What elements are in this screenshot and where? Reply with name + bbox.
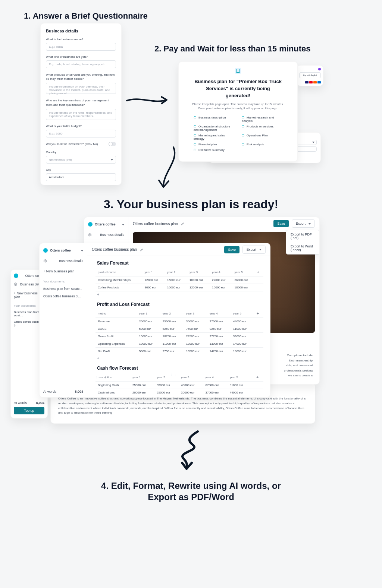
table-cell[interactable]: 13000 eur <box>207 340 231 348</box>
table-cell[interactable]: 5000 eur <box>137 325 160 333</box>
add-row-button[interactable]: + <box>96 291 263 297</box>
table-cell[interactable]: 27750 eur <box>207 333 231 340</box>
table-cell[interactable]: 11000 eur <box>160 340 184 348</box>
doc-item[interactable]: Otters coffee business pl... <box>43 294 83 298</box>
table-cell[interactable]: 7750 eur <box>160 348 184 355</box>
table-cell[interactable]: 44000 eur <box>231 318 254 325</box>
chevron-down-icon[interactable] <box>79 247 83 254</box>
step2-heading: 2. Pay and Wait for less than 15 minutes <box>154 44 311 54</box>
table-cell[interactable]: 15000 eur <box>137 333 160 340</box>
table-cell[interactable]: 37000 eur <box>203 389 228 395</box>
table-header: year 2 <box>165 268 187 276</box>
table-cell[interactable]: 5000 eur <box>137 348 160 355</box>
table-cell[interactable]: 67000 eur <box>203 382 228 389</box>
save-button[interactable]: Save <box>224 246 239 253</box>
export-menu[interactable]: Export to PDF (.pdf) Export to Word (.do… <box>286 230 320 255</box>
table-cell[interactable]: 12000 eur <box>187 284 210 291</box>
export-word-item[interactable]: Export to Word (.docx) <box>286 242 320 254</box>
table-header: description <box>96 373 130 382</box>
table-cell[interactable]: 15000 eur <box>210 284 232 291</box>
table-cell[interactable]: 33000 eur <box>231 333 254 340</box>
table-cell[interactable]: Revenue <box>96 318 137 325</box>
table-cell[interactable]: 10000 eur <box>137 340 160 348</box>
top-up-button[interactable]: Top up <box>14 407 44 414</box>
add-column-button[interactable]: + <box>254 309 263 318</box>
business-details-link[interactable]: Business details <box>100 233 124 237</box>
table-cell[interactable]: 18000 eur <box>232 284 255 291</box>
intro-text: Otters Coffee is an innovative coffee sh… <box>58 396 307 415</box>
table-cell[interactable]: 8000 eur <box>143 284 165 291</box>
table-cell[interactable]: 30000 eur <box>179 389 203 395</box>
products-textarea[interactable]: Include information on your offerings, t… <box>46 83 116 94</box>
paypal-button[interactable]: Pay with PayPal <box>299 72 321 78</box>
table-header: year 2 <box>160 309 184 318</box>
chevron-down-icon <box>258 248 262 252</box>
table-cell[interactable]: 91000 eur <box>228 382 254 389</box>
add-column-button[interactable]: + <box>255 268 263 276</box>
table-cell[interactable]: 10500 eur <box>184 348 207 355</box>
table-cell[interactable]: 10000 eur <box>165 284 187 291</box>
table-cell[interactable]: 14000 eur <box>231 340 254 348</box>
your-docs-label: Your documents: <box>43 280 83 283</box>
table-cell[interactable]: 22000 eur <box>210 276 232 284</box>
chevron-down-icon[interactable] <box>120 221 124 228</box>
table-cell[interactable]: 9250 eur <box>207 325 231 333</box>
table-cell[interactable]: 18000 eur <box>187 276 210 284</box>
table-cell[interactable]: Net Profit <box>96 348 137 355</box>
invest-toggle[interactable] <box>109 142 116 146</box>
table-cell[interactable]: 15000 eur <box>165 276 187 284</box>
table-cell[interactable]: 22500 eur <box>184 333 207 340</box>
doc-item[interactable]: Business plan from scratc... <box>43 287 83 291</box>
table-cell[interactable]: 30000 eur <box>184 318 207 325</box>
business-details-link[interactable]: Business details <box>59 259 83 263</box>
export-button[interactable]: Export <box>292 219 315 228</box>
table-cell[interactable]: 11000 eur <box>231 325 254 333</box>
export-pdf-item[interactable]: Export to PDF (.pdf) <box>286 230 320 242</box>
city-input[interactable]: Amsterdam <box>46 173 116 181</box>
table-cell[interactable]: 25000 eur <box>160 318 184 325</box>
budget-input[interactable]: E.g.: 1000 <box>46 130 116 137</box>
table-cell[interactable]: 35000 eur <box>154 382 179 389</box>
table-cell[interactable]: 25000 eur <box>154 389 179 395</box>
spinner-icon <box>194 125 196 128</box>
table-cell[interactable]: 25000 eur <box>130 382 154 389</box>
pencil-icon[interactable] <box>181 220 185 227</box>
country-select[interactable]: Netherlands (the) <box>46 156 116 164</box>
save-button[interactable]: Save <box>273 220 289 227</box>
table-cell[interactable]: 14750 eur <box>207 348 231 355</box>
drag-handle-icon[interactable]: ⋮⋮ <box>96 376 98 380</box>
table-cell[interactable]: 44000 eur <box>228 389 254 395</box>
new-plan-button[interactable]: + New business plan <box>43 269 83 273</box>
team-textarea[interactable]: Include details on the roles, responsibi… <box>46 109 116 120</box>
table-cell[interactable]: COGS <box>96 325 137 333</box>
generating-title: Business plan for "Premier Box Truck Ser… <box>182 78 294 99</box>
add-row-button[interactable]: + <box>96 355 263 361</box>
frag-text: , we aim to create a <box>284 373 313 378</box>
drag-handle-icon[interactable]: ⋮⋮ <box>170 373 177 376</box>
table-cell[interactable]: Gross Profit <box>96 333 137 340</box>
table-cell[interactable]: Coffee Products <box>96 284 143 291</box>
table-cell[interactable]: 18750 eur <box>160 333 184 340</box>
table-cell[interactable]: 6250 eur <box>160 325 184 333</box>
table-cell[interactable]: 7500 eur <box>184 325 207 333</box>
table-cell[interactable]: Cash Inflows <box>96 389 130 395</box>
table-header: product name <box>96 268 143 276</box>
table-cell[interactable]: 12000 eur <box>143 276 165 284</box>
pencil-icon[interactable] <box>140 246 144 253</box>
table-cell[interactable]: 37000 eur <box>207 318 231 325</box>
add-column-button[interactable]: + <box>254 373 263 382</box>
table-cell[interactable]: Operating Expenses <box>96 340 137 348</box>
table-cell[interactable]: Beginning Cash <box>96 382 130 389</box>
business-name-input[interactable]: E.g.: Tesla <box>46 43 116 51</box>
table-cell[interactable]: Coworking Memberships <box>96 276 143 284</box>
table-cell[interactable]: 20000 eur <box>130 389 154 395</box>
generating-sub1: Please keep this page open. The process … <box>182 102 294 106</box>
table-cell[interactable]: 19000 eur <box>231 348 254 355</box>
export-button[interactable]: Export <box>242 246 266 254</box>
table-cell[interactable]: 12000 eur <box>184 340 207 348</box>
business-kind-input[interactable]: E.g.: cafe, hotel, startup, travel agenc… <box>46 60 116 68</box>
table-cell[interactable]: 20000 eur <box>137 318 160 325</box>
table-cell[interactable]: 49000 eur <box>179 382 203 389</box>
table-cell[interactable]: 26000 eur <box>232 276 255 284</box>
spinner-icon <box>194 134 196 137</box>
